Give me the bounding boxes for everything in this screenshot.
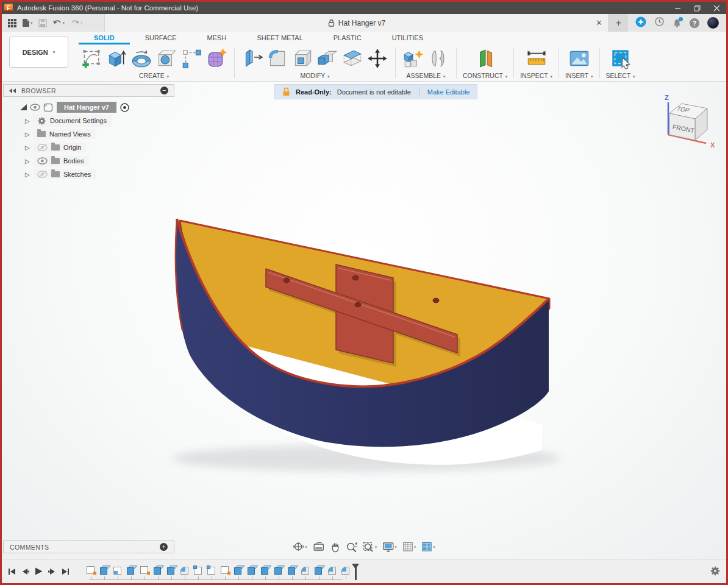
app-grid-icon[interactable] (8, 19, 16, 27)
undo-icon[interactable]: ▾ (52, 19, 65, 27)
eye-icon[interactable] (37, 157, 48, 165)
timeline-feature-sketch[interactable] (140, 566, 150, 575)
add-comment-icon[interactable]: + (160, 543, 168, 551)
ribbon-tab-mesh[interactable]: MESH (192, 32, 242, 44)
minimize-browser-icon[interactable]: − (160, 87, 168, 94)
extensions-icon[interactable] (635, 16, 646, 30)
timeline-feature-extrude[interactable] (288, 566, 298, 575)
timeline-feature-fillet[interactable] (301, 566, 311, 575)
pan-button[interactable] (327, 540, 343, 555)
timeline-feature-sketch[interactable] (221, 566, 230, 575)
hole-icon[interactable] (155, 46, 178, 71)
timeline-feature-extrude[interactable] (234, 566, 244, 575)
timeline-feature-fillet[interactable] (341, 566, 351, 575)
rectangular-pattern-icon[interactable] (180, 46, 203, 71)
press-pull-icon[interactable] (241, 46, 264, 71)
browser-header[interactable]: BROWSER − (3, 84, 174, 97)
canvas-icon[interactable] (568, 46, 591, 71)
timeline-feature-extrude[interactable] (261, 566, 271, 575)
construct-group-label[interactable]: CONSTRUCT ▾ (463, 72, 507, 81)
fillet-icon[interactable] (266, 46, 289, 71)
create-sketch-icon[interactable] (80, 46, 103, 71)
zoom-button[interactable] (343, 540, 360, 555)
create-group-label[interactable]: CREATE ▾ (80, 72, 228, 81)
new-component-icon[interactable] (402, 46, 425, 71)
timeline-feature-extrude[interactable] (274, 566, 284, 575)
new-tab-button[interactable]: + (609, 14, 628, 32)
ribbon-tab-surface[interactable]: SURFACE (130, 32, 192, 44)
assemble-group-label[interactable]: ASSEMBLE ▾ (402, 72, 450, 81)
ribbon-tab-sheet-metal[interactable]: SHEET METAL (241, 32, 318, 44)
document-tab[interactable]: Hat Hanger v7 ✕ (104, 14, 609, 32)
expander-icon[interactable]: ▷ (25, 144, 31, 151)
timeline-feature-offset[interactable] (207, 566, 217, 575)
browser-root-row[interactable]: Hat Hanger v7 (3, 101, 174, 114)
step-forward-button[interactable] (48, 568, 56, 575)
activate-component-icon[interactable] (120, 102, 130, 113)
browser-item-bodies[interactable]: ▷Bodies (3, 154, 174, 168)
joint-icon[interactable] (427, 46, 450, 71)
go-to-start-button[interactable] (8, 568, 16, 575)
measure-icon[interactable] (525, 46, 548, 71)
move-copy-icon[interactable] (366, 46, 389, 71)
save-icon[interactable] (38, 19, 47, 27)
help-icon[interactable]: ? (690, 18, 699, 28)
ribbon-tab-plastic[interactable]: PLASTIC (318, 32, 377, 44)
timeline-feature-fillet[interactable] (180, 566, 190, 575)
view-cube[interactable]: TOP FRONT Z X (662, 91, 720, 155)
go-to-end-button[interactable] (62, 568, 70, 575)
fit-button[interactable]: ▾ (360, 540, 380, 555)
insert-group-label[interactable]: INSERT ▾ (565, 72, 593, 81)
browser-item-document-settings[interactable]: ▷Document Settings (3, 114, 174, 127)
shell-icon[interactable] (291, 46, 314, 71)
expander-icon[interactable]: ▷ (25, 131, 31, 138)
job-status-icon[interactable] (654, 16, 665, 29)
comments-panel[interactable]: COMMENTS + (3, 541, 174, 553)
close-window-button[interactable] (707, 2, 726, 14)
select-icon[interactable] (609, 46, 632, 71)
timeline-feature-sketch[interactable] (87, 566, 96, 575)
minimize-button[interactable] (668, 2, 687, 14)
orbit-button[interactable]: ▾ (290, 539, 310, 555)
display-settings-button[interactable]: ▾ (380, 540, 399, 554)
timeline-feature-extrude[interactable] (248, 566, 257, 575)
root-component-label[interactable]: Hat Hanger v7 (57, 102, 116, 113)
timeline-settings-gear-icon[interactable] (710, 566, 721, 579)
play-button[interactable] (35, 567, 43, 575)
file-menu-icon[interactable]: ▾ (22, 18, 33, 27)
extrude-icon[interactable] (105, 46, 128, 71)
close-tab-icon[interactable]: ✕ (596, 19, 602, 27)
inspect-group-label[interactable]: INSPECT ▾ (520, 72, 552, 81)
look-at-button[interactable] (310, 540, 327, 554)
offset-face-icon[interactable] (341, 46, 364, 71)
timeline-feature-fillet[interactable] (328, 566, 338, 575)
expander-icon[interactable]: ▷ (25, 171, 31, 178)
ribbon-tab-utilities[interactable]: UTILITIES (377, 32, 438, 44)
collapse-panel-icon[interactable] (9, 88, 16, 93)
timeline-feature-extrude[interactable] (315, 566, 324, 575)
create-form-icon[interactable] (205, 46, 228, 71)
browser-item-sketches[interactable]: ▷Sketches (3, 168, 174, 181)
browser-item-named-views[interactable]: ▷Named Views (3, 127, 174, 141)
redo-icon[interactable]: ▾ (70, 19, 83, 27)
account-avatar[interactable] (707, 17, 719, 29)
timeline-feature-extrude[interactable] (127, 566, 137, 575)
expander-icon[interactable]: ▷ (25, 158, 31, 165)
timeline-feature-hole[interactable] (113, 566, 123, 575)
select-group-label[interactable]: SELECT ▾ (606, 72, 635, 81)
restore-button[interactable] (687, 2, 707, 14)
browser-item-origin[interactable]: ▷Origin (3, 141, 174, 154)
timeline-marker[interactable] (352, 564, 359, 581)
make-editable-link[interactable]: Make Editable (427, 88, 470, 96)
viewport[interactable]: BROWSER − Hat Hanger v7 ▷Document Settin… (2, 82, 726, 559)
eye-off-icon[interactable] (37, 171, 48, 178)
eye-icon[interactable] (30, 104, 40, 111)
eye-off-icon[interactable] (37, 144, 48, 151)
grid-and-snaps-button[interactable]: ▾ (400, 540, 419, 554)
construction-plane-icon[interactable] (474, 46, 497, 71)
timeline-feature-extrude[interactable] (154, 566, 163, 575)
step-back-button[interactable] (21, 568, 29, 575)
expander-icon[interactable]: ▷ (25, 118, 31, 124)
timeline-feature-offset[interactable] (194, 566, 204, 575)
revolve-icon[interactable] (130, 46, 153, 71)
